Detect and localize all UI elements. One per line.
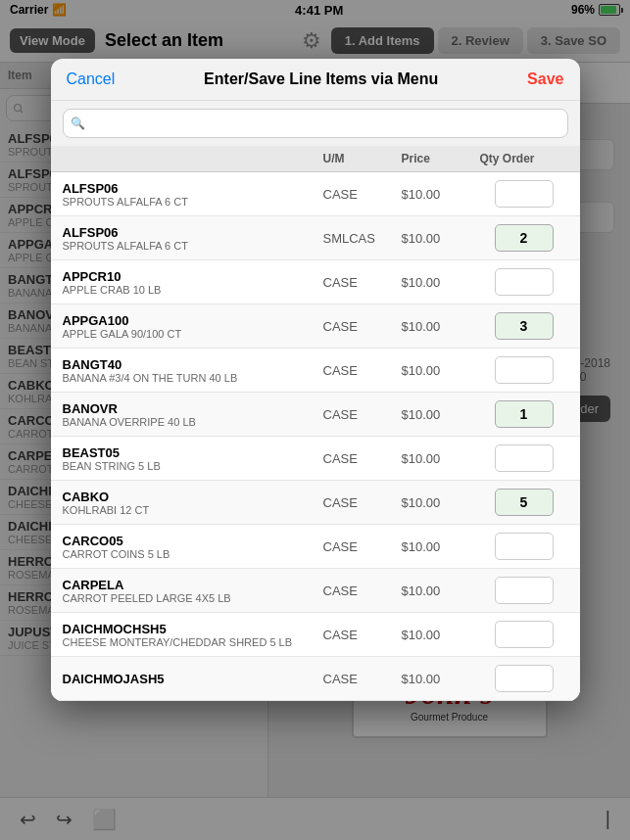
col-price: Price [402, 152, 480, 165]
row-price: $10.00 [402, 407, 480, 422]
row-qty-cell [480, 444, 568, 472]
table-row: BANGT40 BANANA #3/4 ON THE TURN 40 LB CA… [51, 349, 580, 393]
table-row: BANOVR BANANA OVERRIPE 40 LB CASE $10.00 [51, 393, 580, 437]
row-price: $10.00 [402, 539, 480, 554]
col-qty: Qty Order [480, 152, 568, 165]
row-desc: APPLE GALA 90/100 CT [63, 328, 323, 340]
table-row: DAICHMOJASH5 CASE $10.00 [51, 657, 580, 701]
row-um: SMLCAS [323, 231, 402, 246]
row-code: ALFSP06 [63, 225, 323, 240]
qty-input[interactable] [495, 577, 554, 604]
table-row: APPCR10 APPLE CRAB 10 LB CASE $10.00 [51, 260, 580, 304]
row-price: $10.00 [402, 628, 480, 642]
modal-title: Enter/Save Line Items via Menu [204, 70, 438, 88]
row-code: CARCO05 [63, 534, 323, 548]
row-code: APPGA100 [63, 313, 323, 328]
qty-input[interactable] [495, 533, 554, 560]
qty-input[interactable] [495, 665, 554, 692]
row-code: BEAST05 [63, 445, 323, 460]
modal-overlay: Cancel Enter/Save Line Items via Menu Sa… [0, 0, 630, 840]
row-price: $10.00 [402, 319, 480, 334]
row-desc: SPROUTS ALFALFA 6 CT [63, 240, 323, 252]
row-um: CASE [323, 407, 402, 422]
row-um: CASE [323, 275, 402, 290]
row-price: $10.00 [402, 583, 480, 598]
row-price: $10.00 [402, 363, 480, 378]
row-price: $10.00 [402, 451, 480, 466]
row-qty-cell [480, 489, 568, 516]
table-row: BEAST05 BEAN STRING 5 LB CASE $10.00 [51, 437, 580, 481]
row-um: CASE [323, 583, 402, 598]
row-code: BANGT40 [63, 357, 323, 372]
row-desc: SPROUTS ALFALFA 6 CT [63, 196, 323, 208]
col-item [63, 152, 323, 165]
row-price: $10.00 [402, 672, 480, 686]
modal-dialog: Cancel Enter/Save Line Items via Menu Sa… [51, 59, 580, 701]
row-qty-cell [480, 400, 568, 428]
row-um: CASE [323, 451, 402, 466]
qty-input[interactable] [495, 224, 554, 252]
row-price: $10.00 [402, 495, 480, 510]
row-code: APPCR10 [63, 269, 323, 284]
row-qty-cell [480, 268, 568, 296]
row-desc: CARROT COINS 5 LB [63, 548, 323, 560]
row-um: CASE [323, 539, 402, 554]
row-price: $10.00 [402, 187, 480, 202]
row-qty-cell [480, 180, 568, 208]
qty-input[interactable] [495, 444, 554, 472]
modal-save-button[interactable]: Save [527, 70, 563, 88]
row-price: $10.00 [402, 231, 480, 246]
row-qty-cell [480, 665, 568, 692]
row-code: CABKO [63, 490, 323, 504]
row-um: CASE [323, 672, 402, 686]
table-row: ALFSP06 SPROUTS ALFALFA 6 CT SMLCAS $10.… [51, 216, 580, 260]
qty-input[interactable] [495, 180, 554, 208]
table-row: CABKO KOHLRABI 12 CT CASE $10.00 [51, 481, 580, 525]
qty-input[interactable] [495, 356, 554, 384]
table-row: CARPELA CARROT PEELED LARGE 4X5 LB CASE … [51, 569, 580, 613]
qty-input[interactable] [495, 400, 554, 428]
modal-table: ALFSP06 SPROUTS ALFALFA 6 CT CASE $10.00… [51, 172, 580, 701]
row-code: ALFSP06 [63, 181, 323, 196]
row-desc: CARROT PEELED LARGE 4X5 LB [63, 592, 323, 604]
modal-header: Cancel Enter/Save Line Items via Menu Sa… [51, 59, 580, 101]
row-qty-cell [480, 621, 568, 648]
table-row: APPGA100 APPLE GALA 90/100 CT CASE $10.0… [51, 304, 580, 349]
row-um: CASE [323, 495, 402, 510]
table-row: CARCO05 CARROT COINS 5 LB CASE $10.00 [51, 525, 580, 569]
row-desc: CHEESE MONTERAY/CHEDDAR SHRED 5 LB [63, 636, 323, 648]
row-code: DAICHMOJASH5 [63, 672, 323, 686]
row-desc: BANANA #3/4 ON THE TURN 40 LB [63, 372, 323, 384]
table-header: U/M Price Qty Order [51, 146, 580, 172]
row-qty-cell [480, 312, 568, 340]
modal-search-wrapper [51, 101, 580, 146]
row-desc: BEAN STRING 5 LB [63, 460, 323, 472]
qty-input[interactable] [495, 312, 554, 340]
col-um: U/M [323, 152, 402, 165]
table-row: ALFSP06 SPROUTS ALFALFA 6 CT CASE $10.00 [51, 172, 580, 216]
row-um: CASE [323, 187, 402, 202]
row-qty-cell [480, 356, 568, 384]
row-um: CASE [323, 319, 402, 334]
row-code: CARPELA [63, 578, 323, 592]
row-code: BANOVR [63, 401, 323, 416]
row-desc: KOHLRABI 12 CT [63, 504, 323, 516]
row-code: DAICHMOCHSH5 [63, 622, 323, 636]
row-um: CASE [323, 628, 402, 642]
qty-input[interactable] [495, 489, 554, 516]
row-desc: BANANA OVERRIPE 40 LB [63, 416, 323, 428]
row-um: CASE [323, 363, 402, 378]
row-desc: APPLE CRAB 10 LB [63, 284, 323, 296]
qty-input[interactable] [495, 268, 554, 296]
row-qty-cell [480, 577, 568, 604]
row-qty-cell [480, 224, 568, 252]
row-price: $10.00 [402, 275, 480, 290]
modal-search-input[interactable] [63, 109, 568, 138]
table-row: DAICHMOCHSH5 CHEESE MONTERAY/CHEDDAR SHR… [51, 613, 580, 657]
row-qty-cell [480, 533, 568, 560]
modal-cancel-button[interactable]: Cancel [67, 70, 116, 88]
qty-input[interactable] [495, 621, 554, 648]
